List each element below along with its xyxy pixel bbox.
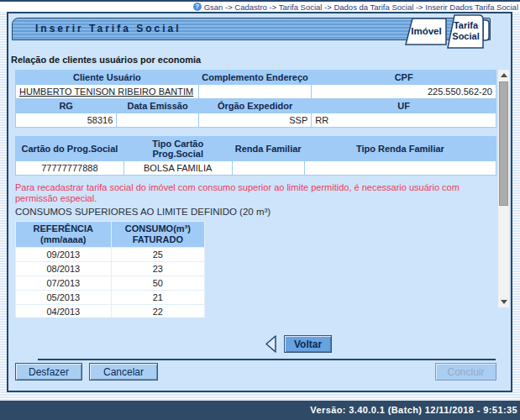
col-header-referencia: REFERÊNCIA (mm/aaaa) [16, 222, 111, 247]
consumption-row: 04/2013 22 [16, 305, 204, 318]
voltar-button[interactable]: Voltar [284, 335, 332, 353]
tipo-renda-cell [305, 161, 496, 175]
arrow-down-icon [501, 300, 507, 304]
client-table-header-row: Cliente Usuário Complemento Endereço CPF [16, 71, 496, 84]
referencia-cell: 05/2013 [16, 291, 111, 304]
cancelar-button[interactable]: Cancelar [89, 363, 158, 381]
uf-cell: RR [312, 113, 496, 127]
main-panel: Inserir Tarifa Social Imóvel Tarifa Soci… [7, 12, 512, 392]
col-header-cpf: CPF [312, 71, 496, 84]
client-table-row: HUMBERTO TENISON RIBEIRO BANTIM 225.550.… [16, 85, 496, 98]
consumption-row: 08/2013 23 [16, 262, 204, 276]
col-header-consumo: CONSUMO(m³) FATURADO [112, 222, 204, 247]
consumption-row: 07/2013 50 [16, 276, 204, 290]
col-header-rg: RG [16, 99, 116, 113]
col-header-complemento: Complemento Endereço [199, 71, 311, 84]
client-table: Cliente Usuário Complemento Endereço CPF… [15, 70, 496, 128]
scroll-up-button[interactable] [498, 70, 509, 81]
consumption-table: REFERÊNCIA (mm/aaaa) CONSUMO(m³) FATURAD… [15, 221, 205, 318]
cliente-usuario-link[interactable]: HUMBERTO TENISON RIBEIRO BANTIM [19, 87, 193, 97]
desfazer-button[interactable]: Desfazer [15, 363, 82, 381]
consumption-title: CONSUMOS SUPERIORES AO LIMITE DEFINIDO (… [15, 207, 497, 217]
col-header-renda: Renda Familiar [233, 137, 304, 160]
col-header-uf: UF [312, 99, 496, 113]
concluir-button: Concluir [435, 363, 496, 381]
page-title: Inserir Tarifa Social [35, 23, 181, 34]
consumption-header-row: REFERÊNCIA (mm/aaaa) CONSUMO(m³) FATURAD… [16, 222, 204, 247]
consumption-row: 05/2013 21 [16, 291, 204, 304]
rg-cell: 58316 [16, 113, 116, 127]
vertical-scrollbar[interactable] [498, 70, 509, 307]
consumption-row: 09/2013 25 [16, 248, 204, 261]
renda-cell [233, 161, 304, 175]
col-header-tipo-cartao: Tipo Cartão Prog.Social [124, 137, 232, 160]
rg-header-row: RG Data Emissão Órgão Expedidor UF [16, 99, 496, 113]
referencia-cell: 04/2013 [16, 305, 111, 318]
social-program-header-row: Cartão do Prog.Social Tipo Cartão Prog.S… [16, 137, 496, 160]
social-program-table: Cartão do Prog.Social Tipo Cartão Prog.S… [15, 136, 496, 176]
voltar-row: Voltar [265, 335, 332, 353]
back-arrow-icon [265, 335, 276, 353]
referencia-cell: 07/2013 [16, 276, 111, 290]
data-emissao-cell [117, 113, 198, 127]
col-header-orgao-expedidor: Órgão Expedidor [199, 99, 311, 113]
scroll-area: Cliente Usuário Complemento Endereço CPF… [10, 68, 497, 318]
rg-data-row: 58316 SSP RR [16, 113, 496, 127]
scrollbar-thumb[interactable] [499, 81, 508, 206]
breadcrumb: Gsan -> Cadastro -> Tarifa Social -> Dad… [204, 3, 518, 12]
arrow-up-icon [501, 73, 507, 77]
complemento-cell [199, 85, 311, 98]
gsan-screen: ? Gsan -> Cadastro -> Tarifa Social -> D… [0, 0, 520, 420]
cartao-cell: 77777777888 [16, 161, 123, 175]
warning-text: Para recadastrar tarifa social do imóvel… [15, 182, 473, 204]
tipo-cartao-cell: BOLSA FAMILIA [124, 161, 232, 175]
version-text: Versão: 3.40.0.1 (Batch) 12/11/2018 - 9:… [310, 405, 517, 415]
col-header-cliente-usuario: Cliente Usuário [16, 71, 198, 84]
social-program-data-row: 77777777888 BOLSA FAMILIA [16, 161, 496, 175]
section-title: Relação de clientes usuários por economi… [11, 55, 201, 65]
col-header-cartao: Cartão do Prog.Social [16, 137, 123, 160]
version-bar: Versão: 3.40.0.1 (Batch) 12/11/2018 - 9:… [0, 401, 520, 420]
consumo-cell: 50 [112, 276, 204, 290]
breadcrumb-bar: ? Gsan -> Cadastro -> Tarifa Social -> D… [0, 0, 520, 12]
separator [38, 359, 496, 360]
help-icon[interactable]: ? [193, 3, 202, 11]
consumo-cell: 25 [112, 248, 204, 261]
col-header-data-emissao: Data Emissão [117, 99, 198, 113]
orgao-expedidor-cell: SSP [199, 113, 311, 127]
scroll-down-button[interactable] [498, 297, 509, 307]
tab-tarifa-social[interactable]: Tarifa Social [449, 20, 483, 42]
consumo-cell: 22 [112, 305, 204, 318]
consumo-cell: 23 [112, 262, 204, 276]
cpf-cell: 225.550.562-20 [312, 85, 496, 98]
consumo-cell: 21 [112, 291, 204, 304]
referencia-cell: 08/2013 [16, 262, 111, 276]
tab-imovel[interactable]: Imóvel [407, 26, 446, 36]
referencia-cell: 09/2013 [16, 248, 111, 261]
col-header-tipo-renda: Tipo Renda Familiar [305, 137, 496, 160]
